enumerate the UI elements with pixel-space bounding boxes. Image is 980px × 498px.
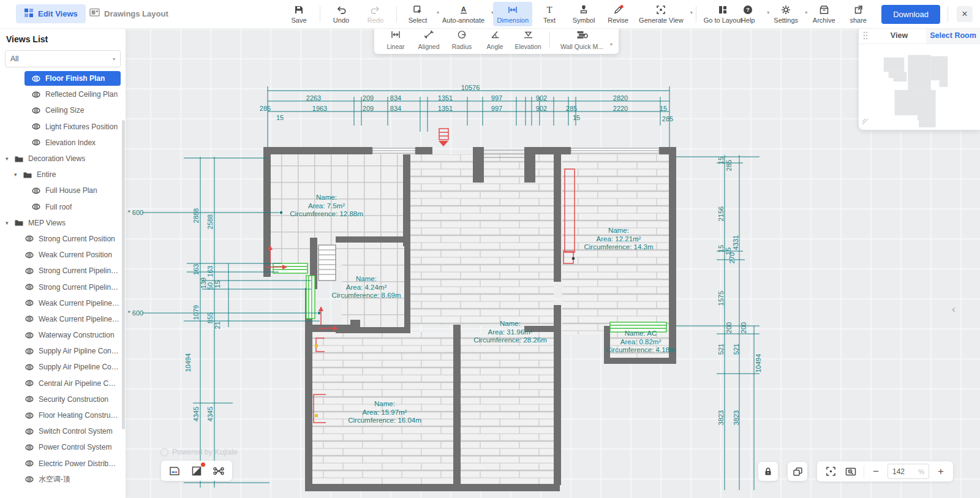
sidebar-item-security-construction[interactable]: Security Construction — [0, 391, 126, 407]
sidebar-item-supply-air-pipeline-constr[interactable]: Supply Air Pipeline Constr... — [0, 359, 126, 375]
sidebar-item-decoration-views[interactable]: ▾Decoration Views — [0, 151, 126, 167]
views-filter-dropdown[interactable]: All ▾ — [5, 50, 121, 67]
view-icon — [25, 460, 34, 467]
expand-caret-icon[interactable]: ▾ — [6, 156, 9, 162]
select-button[interactable]: Select ▾ — [401, 2, 439, 26]
angle-button[interactable]: Angle — [478, 28, 511, 52]
view-icon — [25, 396, 34, 402]
drawing-frame-button[interactable] — [165, 462, 184, 479]
sidebar-item-floor-heating-construction[interactable]: Floor Heating Construction — [0, 407, 126, 423]
zoom-controls: − % + — [758, 461, 953, 481]
select-icon — [413, 5, 423, 15]
sidebar-scrollbar[interactable] — [122, 120, 125, 429]
zoom-region-button[interactable] — [843, 464, 858, 479]
sidebar-item-full-house-plan[interactable]: Full House Plan — [0, 183, 126, 198]
zoom-region-icon — [845, 467, 856, 477]
share-button[interactable]: share — [841, 2, 875, 26]
trim-button[interactable] — [209, 462, 228, 479]
download-button[interactable]: Download — [881, 5, 940, 24]
lock-button[interactable] — [758, 462, 778, 481]
zoom-in-button[interactable]: + — [935, 466, 947, 478]
sidebar-item-light-fixtures-position[interactable]: Light Fixtures Position — [0, 119, 126, 135]
zoom-out-button[interactable]: − — [870, 466, 882, 478]
divider — [948, 6, 948, 22]
drag-handle-icon[interactable] — [859, 27, 872, 43]
aligned-button[interactable]: Aligned — [412, 28, 445, 52]
linear-button[interactable]: Linear — [379, 28, 412, 52]
radius-button[interactable]: Radius — [445, 28, 478, 52]
sidebar-item-weak-current-pipeline-co[interactable]: Weak Current Pipeline Co... — [0, 311, 126, 327]
drawing-canvas[interactable] — [0, 28, 980, 498]
sidebar-item-waterway-construction[interactable]: Waterway Construction — [0, 327, 126, 343]
expand-caret-icon[interactable]: ▾ — [6, 220, 9, 226]
view-icon — [25, 428, 34, 435]
sidebar-item-elevation-index[interactable]: Elevation Index — [0, 135, 126, 151]
base-map-toggle-button[interactable] — [187, 462, 206, 479]
view-icon — [25, 444, 34, 451]
sidebar-item-strong-current-pipeline-c[interactable]: Strong Current Pipeline C... — [0, 279, 126, 295]
sidebar-item-full-roof[interactable]: Full roof — [0, 199, 126, 215]
sidebar-item-supply-air-pipline-constru[interactable]: Supply Air Pipline Constru... — [0, 343, 126, 359]
view-icon — [25, 380, 34, 387]
sidebar-item-entire[interactable]: ▾Entire — [0, 167, 126, 183]
chevron-down-icon: ▾ — [113, 56, 115, 62]
minimap-preview[interactable] — [859, 44, 979, 129]
sidebar-item-[interactable]: 水空调-顶 — [0, 472, 126, 488]
sidebar-item-strong-current-position[interactable]: Strong Current Position — [0, 231, 126, 247]
expand-caret-icon[interactable]: ▾ — [14, 172, 17, 178]
auto-annotate-button[interactable]: A Auto-annotate ▾ — [439, 2, 493, 26]
sidebar-item-strong-current-pipeline-c[interactable]: Strong Current Pipeline C... — [0, 263, 126, 279]
save-button[interactable]: Save — [282, 2, 316, 26]
sidebar-item-reflected-ceiling-plan[interactable]: Reflected Ceiling Plan — [0, 86, 126, 102]
close-icon[interactable]: × — [957, 6, 973, 22]
tab-view[interactable]: View — [872, 27, 926, 43]
chevron-down-icon[interactable]: ▾ — [610, 42, 612, 47]
sidebar-item-power-control-system[interactable]: Power Control System — [0, 439, 126, 455]
sidebar-item-label: Full House Plan — [45, 186, 97, 195]
view-icon — [32, 187, 40, 194]
zoom-level-input[interactable] — [892, 467, 907, 476]
top-toolbar: Edit Views Drawings Layout Save Undo Red… — [0, 0, 980, 29]
view-icon — [25, 300, 34, 306]
redo-button[interactable]: Redo — [358, 2, 393, 26]
sidebar-item-central-air-pipeline-constr[interactable]: Central Air Pipeline Constr... — [0, 375, 126, 391]
revise-button[interactable]: Revise — [601, 2, 635, 26]
divider — [549, 32, 550, 48]
view-icon — [25, 412, 34, 419]
symbol-button[interactable]: Symbol — [567, 2, 601, 26]
view-icon — [25, 235, 34, 242]
sidebar-item-switch-control-system[interactable]: Switch Control System — [0, 423, 126, 439]
sidebar-item-ceiling-size[interactable]: Ceiling Size — [0, 102, 126, 118]
wall-quick-measure-button[interactable]: Wall Quick M... — [555, 28, 609, 52]
sidebar-item-weak-current-position[interactable]: Weak Current Position — [0, 247, 126, 263]
help-button[interactable]: ? Help ▾ — [731, 2, 769, 26]
generate-view-button[interactable]: Generate View ▾ — [635, 2, 692, 26]
sidebar-item-mep-views[interactable]: ▾MEP Views — [0, 215, 126, 231]
scissors-icon — [213, 467, 224, 475]
gear-icon — [781, 5, 791, 15]
text-button[interactable]: T Text — [532, 2, 567, 26]
overlap-views-button[interactable] — [788, 462, 807, 481]
edit-views-icon — [24, 8, 34, 20]
resize-handle-icon[interactable] — [862, 116, 869, 127]
edit-views-tab[interactable]: Edit Views — [16, 4, 86, 23]
sidebar-item-label: Decoration Views — [28, 154, 85, 163]
linear-icon — [390, 30, 401, 42]
panel-collapse-chevron[interactable]: ‹ — [949, 300, 959, 319]
sidebar-item-label: Weak Current Pipeline Co... — [39, 315, 119, 323]
settings-button[interactable]: Settings ▾ — [769, 2, 807, 26]
dimension-button[interactable]: Dimension — [493, 2, 532, 26]
sidebar-item-label: 水空调-顶 — [39, 474, 70, 485]
archive-button[interactable]: Archive — [807, 2, 841, 26]
elevation-button[interactable]: Elevation — [511, 28, 545, 52]
sidebar-item-electric-power-distribution[interactable]: Electric Power Distribution — [0, 456, 126, 472]
sidebar-item-floor-finish-plan[interactable]: Floor Finish Plan — [0, 70, 126, 86]
tab-select-room[interactable]: Select Room — [926, 27, 980, 43]
chevron-down-icon[interactable]: ▾ — [690, 10, 693, 15]
fit-view-button[interactable] — [823, 464, 838, 479]
view-icon — [32, 123, 40, 130]
sidebar-item-weak-current-pipeline-co[interactable]: Weak Current Pipeline co... — [0, 295, 126, 311]
views-sidebar: Views List All ▾ Floor Finish PlanReflec… — [0, 28, 126, 498]
undo-button[interactable]: Undo — [324, 2, 358, 26]
drawings-layout-tab[interactable]: Drawings Layout — [85, 4, 173, 23]
